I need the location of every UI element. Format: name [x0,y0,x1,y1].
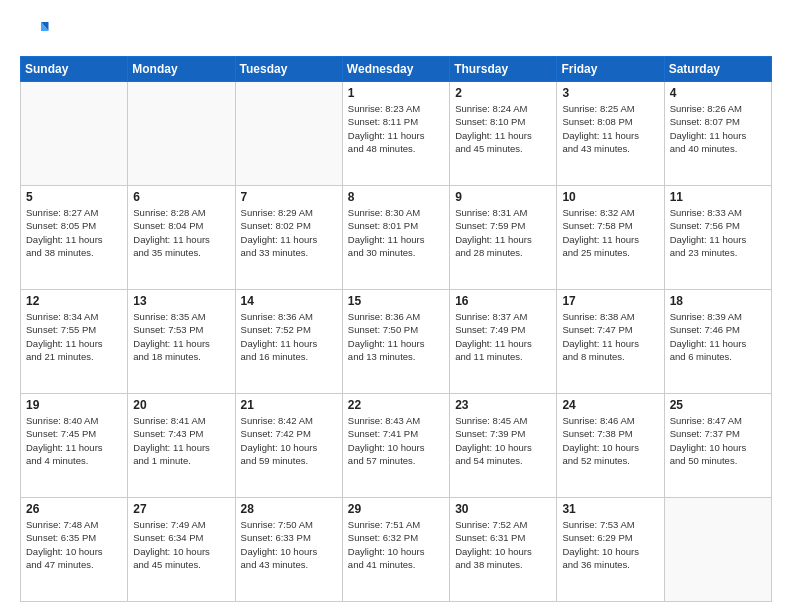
calendar-cell: 7Sunrise: 8:29 AM Sunset: 8:02 PM Daylig… [235,186,342,290]
calendar-cell [128,82,235,186]
day-info: Sunrise: 8:23 AM Sunset: 8:11 PM Dayligh… [348,102,444,155]
day-number: 30 [455,502,551,516]
day-number: 18 [670,294,766,308]
week-row-1: 1Sunrise: 8:23 AM Sunset: 8:11 PM Daylig… [21,82,772,186]
calendar-cell [21,82,128,186]
calendar-cell: 17Sunrise: 8:38 AM Sunset: 7:47 PM Dayli… [557,290,664,394]
calendar-cell: 20Sunrise: 8:41 AM Sunset: 7:43 PM Dayli… [128,394,235,498]
day-info: Sunrise: 8:41 AM Sunset: 7:43 PM Dayligh… [133,414,229,467]
day-number: 27 [133,502,229,516]
header-row: SundayMondayTuesdayWednesdayThursdayFrid… [21,57,772,82]
day-number: 2 [455,86,551,100]
day-number: 8 [348,190,444,204]
day-number: 28 [241,502,337,516]
day-info: Sunrise: 8:30 AM Sunset: 8:01 PM Dayligh… [348,206,444,259]
week-row-5: 26Sunrise: 7:48 AM Sunset: 6:35 PM Dayli… [21,498,772,602]
day-number: 12 [26,294,122,308]
calendar-cell: 15Sunrise: 8:36 AM Sunset: 7:50 PM Dayli… [342,290,449,394]
calendar-cell: 18Sunrise: 8:39 AM Sunset: 7:46 PM Dayli… [664,290,771,394]
calendar-cell: 28Sunrise: 7:50 AM Sunset: 6:33 PM Dayli… [235,498,342,602]
week-row-3: 12Sunrise: 8:34 AM Sunset: 7:55 PM Dayli… [21,290,772,394]
header [20,16,772,46]
calendar-cell: 31Sunrise: 7:53 AM Sunset: 6:29 PM Dayli… [557,498,664,602]
day-info: Sunrise: 8:27 AM Sunset: 8:05 PM Dayligh… [26,206,122,259]
calendar-cell: 16Sunrise: 8:37 AM Sunset: 7:49 PM Dayli… [450,290,557,394]
calendar-cell: 30Sunrise: 7:52 AM Sunset: 6:31 PM Dayli… [450,498,557,602]
day-number: 14 [241,294,337,308]
day-number: 20 [133,398,229,412]
day-info: Sunrise: 7:49 AM Sunset: 6:34 PM Dayligh… [133,518,229,571]
calendar-cell: 24Sunrise: 8:46 AM Sunset: 7:38 PM Dayli… [557,394,664,498]
day-number: 13 [133,294,229,308]
day-info: Sunrise: 8:25 AM Sunset: 8:08 PM Dayligh… [562,102,658,155]
calendar-cell: 22Sunrise: 8:43 AM Sunset: 7:41 PM Dayli… [342,394,449,498]
week-row-2: 5Sunrise: 8:27 AM Sunset: 8:05 PM Daylig… [21,186,772,290]
day-info: Sunrise: 8:37 AM Sunset: 7:49 PM Dayligh… [455,310,551,363]
day-number: 31 [562,502,658,516]
col-header-wednesday: Wednesday [342,57,449,82]
day-number: 11 [670,190,766,204]
calendar-cell: 4Sunrise: 8:26 AM Sunset: 8:07 PM Daylig… [664,82,771,186]
calendar-cell: 5Sunrise: 8:27 AM Sunset: 8:05 PM Daylig… [21,186,128,290]
day-info: Sunrise: 8:29 AM Sunset: 8:02 PM Dayligh… [241,206,337,259]
calendar-cell: 6Sunrise: 8:28 AM Sunset: 8:04 PM Daylig… [128,186,235,290]
day-number: 10 [562,190,658,204]
day-info: Sunrise: 8:38 AM Sunset: 7:47 PM Dayligh… [562,310,658,363]
day-number: 7 [241,190,337,204]
day-info: Sunrise: 7:53 AM Sunset: 6:29 PM Dayligh… [562,518,658,571]
day-number: 16 [455,294,551,308]
day-number: 25 [670,398,766,412]
calendar-cell: 13Sunrise: 8:35 AM Sunset: 7:53 PM Dayli… [128,290,235,394]
day-number: 19 [26,398,122,412]
calendar-cell [235,82,342,186]
calendar-cell: 19Sunrise: 8:40 AM Sunset: 7:45 PM Dayli… [21,394,128,498]
week-row-4: 19Sunrise: 8:40 AM Sunset: 7:45 PM Dayli… [21,394,772,498]
calendar-cell: 23Sunrise: 8:45 AM Sunset: 7:39 PM Dayli… [450,394,557,498]
calendar-cell: 26Sunrise: 7:48 AM Sunset: 6:35 PM Dayli… [21,498,128,602]
day-number: 9 [455,190,551,204]
day-info: Sunrise: 8:36 AM Sunset: 7:52 PM Dayligh… [241,310,337,363]
page: SundayMondayTuesdayWednesdayThursdayFrid… [0,0,792,612]
day-info: Sunrise: 8:26 AM Sunset: 8:07 PM Dayligh… [670,102,766,155]
day-number: 24 [562,398,658,412]
calendar-cell: 9Sunrise: 8:31 AM Sunset: 7:59 PM Daylig… [450,186,557,290]
day-info: Sunrise: 7:50 AM Sunset: 6:33 PM Dayligh… [241,518,337,571]
calendar-table: SundayMondayTuesdayWednesdayThursdayFrid… [20,56,772,602]
day-info: Sunrise: 8:42 AM Sunset: 7:42 PM Dayligh… [241,414,337,467]
calendar-cell: 27Sunrise: 7:49 AM Sunset: 6:34 PM Dayli… [128,498,235,602]
day-info: Sunrise: 8:36 AM Sunset: 7:50 PM Dayligh… [348,310,444,363]
day-info: Sunrise: 8:32 AM Sunset: 7:58 PM Dayligh… [562,206,658,259]
day-number: 23 [455,398,551,412]
calendar-cell: 10Sunrise: 8:32 AM Sunset: 7:58 PM Dayli… [557,186,664,290]
day-number: 3 [562,86,658,100]
calendar-cell [664,498,771,602]
day-info: Sunrise: 8:34 AM Sunset: 7:55 PM Dayligh… [26,310,122,363]
day-info: Sunrise: 8:43 AM Sunset: 7:41 PM Dayligh… [348,414,444,467]
col-header-saturday: Saturday [664,57,771,82]
day-info: Sunrise: 8:39 AM Sunset: 7:46 PM Dayligh… [670,310,766,363]
day-info: Sunrise: 8:31 AM Sunset: 7:59 PM Dayligh… [455,206,551,259]
calendar-cell: 2Sunrise: 8:24 AM Sunset: 8:10 PM Daylig… [450,82,557,186]
day-info: Sunrise: 8:47 AM Sunset: 7:37 PM Dayligh… [670,414,766,467]
day-number: 29 [348,502,444,516]
logo [20,16,54,46]
day-info: Sunrise: 8:40 AM Sunset: 7:45 PM Dayligh… [26,414,122,467]
day-info: Sunrise: 8:46 AM Sunset: 7:38 PM Dayligh… [562,414,658,467]
logo-icon [20,16,50,46]
col-header-friday: Friday [557,57,664,82]
col-header-monday: Monday [128,57,235,82]
day-info: Sunrise: 8:24 AM Sunset: 8:10 PM Dayligh… [455,102,551,155]
day-number: 26 [26,502,122,516]
day-number: 21 [241,398,337,412]
calendar-cell: 12Sunrise: 8:34 AM Sunset: 7:55 PM Dayli… [21,290,128,394]
calendar-cell: 14Sunrise: 8:36 AM Sunset: 7:52 PM Dayli… [235,290,342,394]
day-info: Sunrise: 7:51 AM Sunset: 6:32 PM Dayligh… [348,518,444,571]
calendar-cell: 29Sunrise: 7:51 AM Sunset: 6:32 PM Dayli… [342,498,449,602]
calendar-cell: 3Sunrise: 8:25 AM Sunset: 8:08 PM Daylig… [557,82,664,186]
day-number: 1 [348,86,444,100]
day-number: 6 [133,190,229,204]
day-info: Sunrise: 7:48 AM Sunset: 6:35 PM Dayligh… [26,518,122,571]
calendar-cell: 8Sunrise: 8:30 AM Sunset: 8:01 PM Daylig… [342,186,449,290]
calendar-cell: 21Sunrise: 8:42 AM Sunset: 7:42 PM Dayli… [235,394,342,498]
col-header-tuesday: Tuesday [235,57,342,82]
